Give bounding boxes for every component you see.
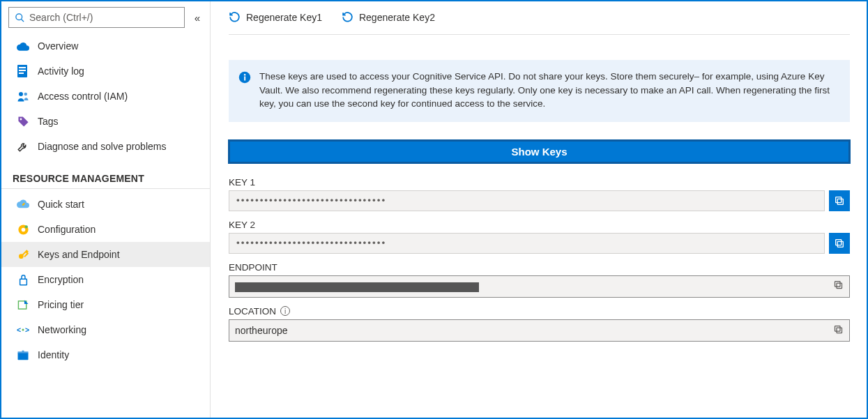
lock-icon (17, 273, 29, 286)
refresh-icon (229, 11, 241, 23)
sidebar-item-quick-start[interactable]: Quick start (1, 192, 210, 217)
key1-field[interactable] (229, 190, 825, 211)
svg-text:>: > (25, 326, 29, 334)
nav-label: Identity (38, 349, 69, 360)
info-icon (238, 71, 251, 111)
search-box[interactable] (8, 7, 185, 28)
nav-label: Quick start (38, 199, 84, 210)
sidebar-item-encryption[interactable]: Encryption (1, 267, 210, 292)
sidebar: « Overview Activity log Access control (… (1, 1, 211, 418)
copy-icon (833, 280, 844, 290)
sidebar-item-tags[interactable]: Tags (1, 109, 210, 134)
wrench-icon (17, 140, 29, 153)
svg-rect-27 (837, 283, 842, 289)
svg-rect-4 (19, 73, 24, 74)
svg-rect-21 (244, 77, 245, 81)
svg-point-9 (21, 227, 25, 231)
sidebar-item-networking[interactable]: <> Networking (1, 317, 210, 342)
toolbar: Regenerate Key1 Regenerate Key2 (229, 1, 850, 35)
sidebar-item-diagnose[interactable]: Diagnose and solve problems (1, 134, 210, 159)
svg-rect-3 (19, 70, 26, 71)
search-input[interactable] (29, 12, 178, 23)
svg-text:<: < (17, 326, 21, 334)
regenerate-key1-button[interactable]: Regenerate Key1 (229, 11, 322, 23)
refresh-icon (342, 11, 353, 23)
sidebar-item-identity[interactable]: Identity (1, 342, 210, 367)
network-icon: <> (17, 323, 29, 336)
tag-icon (17, 115, 29, 128)
svg-point-22 (244, 74, 245, 75)
svg-rect-12 (20, 279, 26, 285)
svg-rect-17 (18, 352, 29, 360)
svg-rect-19 (22, 350, 24, 352)
endpoint-label: ENDPOINT (229, 262, 850, 273)
copy-icon (834, 238, 845, 249)
section-header-resource-mgmt: RESOURCE MANAGEMENT (1, 163, 210, 189)
nav-label: Tags (38, 116, 59, 127)
svg-rect-29 (837, 328, 842, 333)
info-text: These keys are used to access your Cogni… (259, 70, 836, 111)
svg-rect-2 (19, 67, 26, 68)
svg-rect-24 (836, 197, 842, 202)
copy-key2-button[interactable] (829, 233, 850, 254)
sidebar-item-access-control[interactable]: Access control (IAM) (1, 84, 210, 109)
key-icon (17, 248, 29, 261)
copy-key1-button[interactable] (829, 190, 850, 211)
svg-point-0 (16, 13, 22, 20)
sidebar-item-configuration[interactable]: Configuration (1, 217, 210, 242)
nav-label: Activity log (38, 66, 84, 77)
copy-location-button[interactable] (833, 324, 844, 337)
identity-icon (17, 349, 29, 361)
sidebar-item-overview[interactable]: Overview (1, 33, 210, 59)
location-label-text: LOCATION (229, 306, 276, 317)
nav-label: Diagnose and solve problems (38, 141, 166, 152)
nav-label: Access control (IAM) (38, 91, 128, 102)
toolbar-label: Regenerate Key2 (359, 12, 435, 23)
sidebar-item-activity-log[interactable]: Activity log (1, 59, 210, 84)
regenerate-key2-button[interactable]: Regenerate Key2 (342, 11, 435, 23)
people-icon (17, 90, 29, 102)
key1-label: KEY 1 (229, 177, 850, 188)
key2-label: KEY 2 (229, 220, 850, 230)
copy-icon (833, 324, 844, 335)
toolbar-label: Regenerate Key1 (246, 12, 322, 23)
nav-label: Networking (38, 324, 86, 335)
nav-label: Encryption (38, 274, 84, 285)
endpoint-value-redacted (235, 282, 479, 292)
nav-label: Configuration (38, 224, 96, 235)
svg-rect-25 (837, 241, 843, 247)
info-hint-icon[interactable]: i (280, 306, 290, 316)
location-value: northeurope (235, 325, 288, 336)
nav-label: Keys and Endpoint (38, 249, 120, 260)
svg-point-6 (24, 93, 28, 96)
collapse-sidebar-button[interactable]: « (195, 12, 203, 24)
svg-point-7 (20, 118, 22, 120)
info-banner: These keys are used to access your Cogni… (229, 60, 850, 122)
svg-rect-30 (835, 326, 841, 331)
search-icon (15, 13, 25, 23)
rocket-icon (17, 198, 29, 211)
svg-rect-28 (835, 282, 841, 287)
pricing-icon (17, 298, 29, 311)
log-icon (17, 65, 29, 77)
svg-point-15 (22, 329, 24, 331)
svg-rect-26 (836, 239, 842, 245)
sidebar-scroll[interactable]: Overview Activity log Access control (IA… (1, 33, 210, 418)
location-label: LOCATION i (229, 306, 850, 317)
location-field[interactable]: northeurope (229, 319, 850, 342)
nav-label: Overview (38, 40, 78, 52)
key2-field[interactable] (229, 233, 825, 254)
svg-rect-23 (837, 199, 843, 204)
svg-point-5 (19, 92, 23, 96)
copy-endpoint-button[interactable] (833, 280, 849, 293)
cloud-icon (17, 40, 29, 52)
sidebar-item-keys-endpoint[interactable]: Keys and Endpoint (1, 242, 210, 267)
gear-icon (17, 223, 29, 236)
sidebar-item-pricing-tier[interactable]: Pricing tier (1, 292, 210, 317)
show-keys-button[interactable]: Show Keys (229, 140, 850, 163)
copy-icon (834, 195, 845, 206)
main-panel: Regenerate Key1 Regenerate Key2 These ke… (211, 1, 867, 418)
svg-point-10 (24, 225, 27, 228)
endpoint-field[interactable] (229, 275, 850, 298)
nav-label: Pricing tier (38, 299, 84, 310)
